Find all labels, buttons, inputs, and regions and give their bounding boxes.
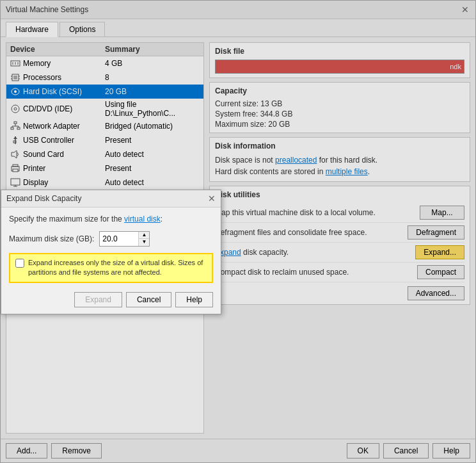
modal-description: Specify the maximum size for the virtual… xyxy=(9,214,213,225)
disk-size-row: Maximum disk size (GB): ▲ ▼ xyxy=(9,231,213,247)
modal-title: Expand Disk Capacity xyxy=(6,194,81,203)
modal-help-button[interactable]: Help xyxy=(175,292,213,307)
spin-up-button[interactable]: ▲ xyxy=(139,232,149,239)
modal-body: Specify the maximum size for the virtual… xyxy=(1,207,221,314)
disk-size-input-wrapper: ▲ ▼ xyxy=(99,231,150,247)
disk-size-label: Maximum disk size (GB): xyxy=(9,234,94,243)
modal-expand-button[interactable]: Expand xyxy=(74,292,122,307)
main-window: Virtual Machine Settings ✕ Hardware Opti… xyxy=(0,0,476,463)
warning-checkbox[interactable] xyxy=(15,259,24,268)
disk-size-input[interactable] xyxy=(100,232,138,246)
warning-text: Expand increases only the size of a virt… xyxy=(28,258,207,278)
spin-down-button[interactable]: ▼ xyxy=(139,239,149,246)
virtual-disk-link[interactable]: virtual disk xyxy=(124,215,161,223)
modal-title-bar: Expand Disk Capacity ✕ xyxy=(1,190,221,207)
modal-close-button[interactable]: ✕ xyxy=(208,193,216,204)
modal-buttons: Expand Cancel Help xyxy=(9,289,213,307)
warning-box: Expand increases only the size of a virt… xyxy=(9,253,213,283)
modal-cancel-button[interactable]: Cancel xyxy=(126,292,171,307)
expand-disk-modal: Expand Disk Capacity ✕ Specify the maxim… xyxy=(1,190,221,314)
